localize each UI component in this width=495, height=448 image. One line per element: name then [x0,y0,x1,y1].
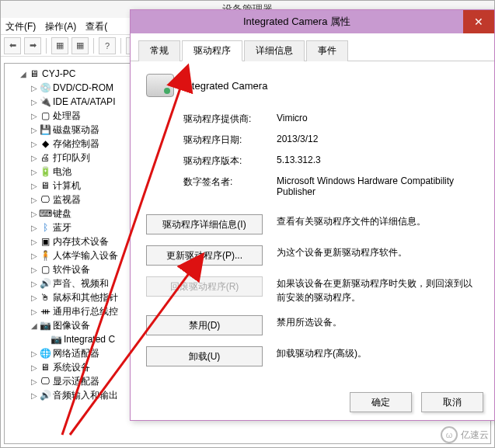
dialog-title: Integrated Camera 属性 [131,15,463,29]
signer-value: Microsoft Windows Hardware Compatibility… [277,175,479,197]
disable-button[interactable]: 禁用(D) [146,315,263,335]
toolbar-btn[interactable]: ▦ [71,37,89,54]
provider-label: 驱动程序提供商: [183,113,277,126]
help-button[interactable]: ? [99,37,116,54]
ok-button[interactable]: 确定 [350,392,412,412]
uninstall-desc: 卸载驱动程序(高级)。 [277,346,479,360]
camera-icon [146,74,174,97]
menu-action[interactable]: 操作(A) [45,19,76,33]
tab-events[interactable]: 事件 [306,40,348,61]
close-button[interactable]: ✕ [463,10,494,33]
back-button[interactable]: ⬅ [4,37,21,54]
tab-details[interactable]: 详细信息 [244,40,305,61]
version-value: 5.13.312.3 [277,155,479,168]
forward-button[interactable]: ➡ [24,37,41,54]
driver-details-button[interactable]: 驱动程序详细信息(I) [146,214,263,234]
dialog-titlebar[interactable]: Integrated Camera 属性 ✕ [131,10,494,33]
tab-driver[interactable]: 驱动程序 [182,40,242,61]
watermark-icon: ω [441,426,458,443]
tab-bar: 常规 驱动程序 详细信息 事件 [131,33,494,61]
cancel-button[interactable]: 取消 [421,392,483,412]
update-driver-desc: 为这个设备更新驱动程序软件。 [277,245,479,259]
version-label: 驱动程序版本: [183,155,277,168]
date-label: 驱动程序日期: [183,134,277,147]
uninstall-button[interactable]: 卸载(U) [146,346,263,366]
toolbar-btn[interactable]: ▦ [51,37,68,54]
rollback-driver-desc: 如果该设备在更新驱动程序时失败，则回滚到以前安装的驱动程序。 [277,276,479,304]
update-driver-button[interactable]: 更新驱动程序(P)... [146,245,263,266]
menu-file[interactable]: 文件(F) [5,19,36,33]
tab-general[interactable]: 常规 [138,40,180,61]
rollback-driver-button: 回滚驱动程序(R) [146,276,263,297]
driver-details-desc: 查看有关驱动程序文件的详细信息。 [277,214,479,228]
provider-value: Vimicro [277,113,479,126]
properties-dialog: Integrated Camera 属性 ✕ 常规 驱动程序 详细信息 事件 I… [130,9,495,421]
device-name: Integrated Camera [183,80,267,92]
date-value: 2013/3/12 [277,134,479,147]
watermark: ω 亿速云 [441,426,489,443]
menu-view[interactable]: 查看( [85,19,107,33]
signer-label: 数字签名者: [183,175,277,197]
disable-desc: 禁用所选设备。 [277,315,479,329]
